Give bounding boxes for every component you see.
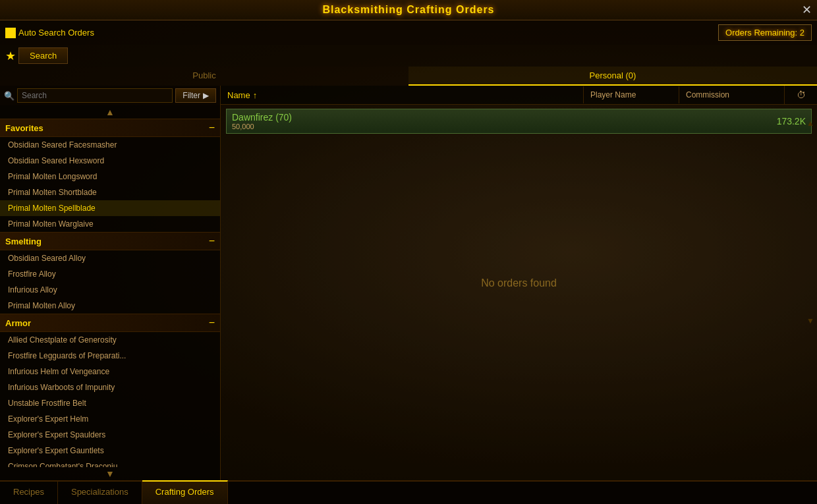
list-item[interactable]: Obsidian Seared Hexsword <box>0 153 220 169</box>
orders-remaining-badge: Orders Remaining: 2 <box>718 24 812 41</box>
list-item[interactable]: Explorer's Expert Spaulders <box>0 427 220 443</box>
favorites-star-icon[interactable]: ★ <box>5 49 16 63</box>
window-title: Blacksmithing Crafting Orders <box>322 4 494 16</box>
no-orders-text: No orders found <box>481 277 557 289</box>
featured-item-info: Dawnfirez (70) 50,000 <box>232 112 292 130</box>
featured-item-sub: 50,000 <box>232 123 292 130</box>
filter-arrow-icon: ▶ <box>203 91 209 100</box>
scroll-up-arrow[interactable]: ▲ <box>0 105 220 119</box>
category-favorites-label: Favorites <box>5 123 43 133</box>
bottom-tab-crafting-orders[interactable]: Crafting Orders <box>142 480 228 504</box>
list-item[interactable]: Infurious Alloy <box>0 282 220 298</box>
favorites-collapse-btn[interactable]: − <box>209 123 215 133</box>
list-item[interactable]: Explorer's Expert Gauntlets <box>0 443 220 459</box>
bottom-tab-specializations[interactable]: Specializations <box>58 482 142 504</box>
col-name-sort-icon[interactable]: ↑ <box>253 90 258 100</box>
bottom-tabs: Recipes Specializations Crafting Orders <box>0 480 817 504</box>
category-smelting-label: Smelting <box>5 237 42 246</box>
list-item[interactable]: Infurious Warboots of Impunity <box>0 379 220 395</box>
right-header: Name ↑ Player Name Commission ⏱ <box>221 86 817 105</box>
armor-collapse-btn[interactable]: − <box>209 318 215 328</box>
list-item-selected[interactable]: Primal Molten Spellblade <box>0 200 220 216</box>
search-input[interactable] <box>17 88 173 103</box>
right-scrollbar: ▲ ▼ <box>806 119 814 128</box>
list-item[interactable]: Unstable Frostfire Belt <box>0 395 220 411</box>
category-favorites: Favorites − <box>0 119 220 137</box>
list-item[interactable]: Obsidian Seared Alloy <box>0 250 220 266</box>
filter-button[interactable]: Filter ▶ <box>175 88 216 103</box>
category-armor-label: Armor <box>5 318 31 328</box>
list-area: Favorites − Obsidian Seared Facesmasher … <box>0 119 220 467</box>
list-item[interactable]: Obsidian Seared Facesmasher <box>0 137 220 153</box>
right-scroll-down[interactable]: ▼ <box>806 316 814 325</box>
list-item[interactable]: Explorer's Expert Helm <box>0 411 220 427</box>
list-item[interactable]: Primal Molten Warglaive <box>0 216 220 232</box>
list-item[interactable]: Infurious Helm of Vengeance <box>0 364 220 379</box>
featured-item-price: 173.2K <box>777 116 806 126</box>
right-panel: Name ↑ Player Name Commission ⏱ Dawnfire… <box>221 86 817 480</box>
bottom-tab-recipes[interactable]: Recipes <box>0 482 58 504</box>
smelting-collapse-btn[interactable]: − <box>209 236 215 246</box>
featured-item-name: Dawnfirez (70) <box>232 112 292 123</box>
column-commission-header: Commission <box>679 86 784 103</box>
list-item[interactable]: Frostfire Legguards of Preparati... <box>0 348 220 364</box>
list-item[interactable]: Primal Molten Alloy <box>0 298 220 314</box>
category-armor: Armor − <box>0 314 220 332</box>
column-player-header: Player Name <box>583 86 679 103</box>
search-row: ★ Search <box>0 45 817 67</box>
content-area: 🔍 Filter ▶ ▲ Favorites − Obsidian Seared… <box>0 86 817 480</box>
filter-label: Filter <box>183 91 200 100</box>
tab-row: Public Personal (0) <box>0 67 817 86</box>
list-item[interactable]: Allied Chestplate of Generosity <box>0 332 220 348</box>
list-item[interactable]: Frostfire Alloy <box>0 266 220 282</box>
featured-item-card[interactable]: Dawnfirez (70) 50,000 173.2K <box>226 109 812 134</box>
col-name-label: Name <box>227 90 250 100</box>
close-button[interactable]: ✕ <box>802 4 812 16</box>
search-input-row: 🔍 Filter ▶ <box>0 86 220 105</box>
left-panel: 🔍 Filter ▶ ▲ Favorites − Obsidian Seared… <box>0 86 221 480</box>
list-item[interactable]: Primal Molten Shortblade <box>0 184 220 200</box>
top-controls: Auto Search Orders Orders Remaining: 2 <box>0 20 817 45</box>
right-scroll-up[interactable]: ▲ <box>806 119 814 128</box>
auto-search-container[interactable]: Auto Search Orders <box>5 28 94 38</box>
column-name-header: Name ↑ <box>221 86 583 104</box>
search-magnifier-icon: 🔍 <box>4 91 14 101</box>
clock-icon: ⏱ <box>797 90 806 100</box>
title-bar: Blacksmithing Crafting Orders ✕ <box>0 0 817 20</box>
list-item[interactable]: Crimson Combatant's Draconiu... <box>0 459 220 467</box>
tab-public[interactable]: Public <box>0 67 408 86</box>
category-smelting: Smelting − <box>0 232 220 250</box>
list-item[interactable]: Primal Molten Longsword <box>0 169 220 184</box>
tab-personal[interactable]: Personal (0) <box>408 67 817 86</box>
search-button[interactable]: Search <box>18 47 68 64</box>
auto-search-checkbox[interactable] <box>5 28 16 38</box>
column-clock-header: ⏱ <box>784 86 817 104</box>
auto-search-label: Auto Search Orders <box>18 28 94 38</box>
main-window: Blacksmithing Crafting Orders ✕ Auto Sea… <box>0 0 817 504</box>
scroll-down-arrow[interactable]: ▼ <box>0 467 220 480</box>
